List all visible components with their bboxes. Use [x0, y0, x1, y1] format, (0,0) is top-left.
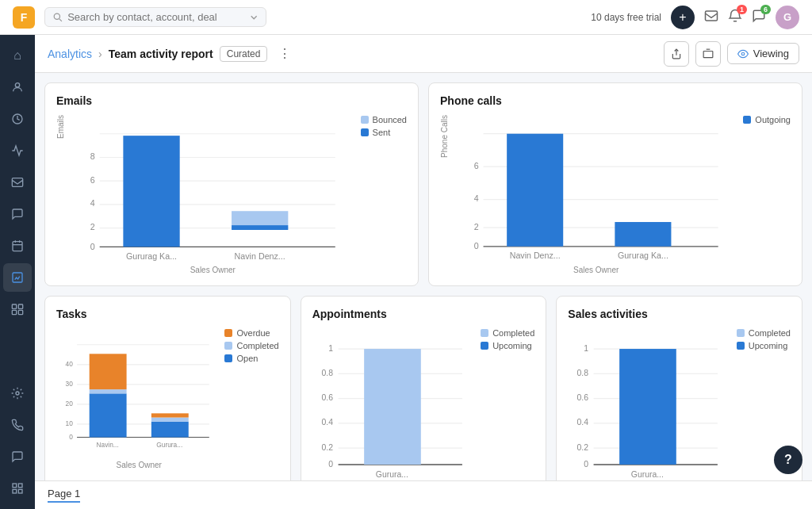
- appointments-legend-completed: Completed: [481, 328, 534, 338]
- svg-text:4: 4: [474, 193, 479, 203]
- svg-rect-66: [90, 354, 127, 389]
- svg-rect-2: [706, 11, 718, 21]
- svg-text:0: 0: [69, 433, 73, 441]
- svg-point-23: [741, 52, 745, 55]
- sidebar-item-phone[interactable]: [3, 411, 32, 439]
- email-icon: [704, 9, 718, 23]
- chat-notif[interactable]: 6: [752, 9, 766, 26]
- phone-legend: Outgoing: [743, 115, 791, 124]
- sidebar-item-activity[interactable]: [3, 136, 32, 165]
- header-menu-button[interactable]: ⋮: [274, 43, 296, 65]
- page-footer: Page 1: [35, 480, 812, 509]
- emails-legend-sent: Sent: [361, 128, 407, 137]
- svg-point-15: [16, 392, 19, 395]
- search-icon: [53, 12, 63, 23]
- svg-text:30: 30: [66, 380, 74, 388]
- emails-x-label: Sales Owner: [71, 266, 354, 274]
- svg-text:Gurura...: Gurura...: [156, 441, 182, 449]
- emails-legend-bounced: Bounced: [361, 115, 407, 124]
- svg-rect-17: [18, 484, 22, 488]
- tasks-legend-open: Open: [224, 354, 278, 363]
- svg-text:2: 2: [474, 222, 479, 232]
- page-indicator: Page 1: [48, 488, 80, 503]
- sidebar-item-calendar[interactable]: [3, 232, 32, 260]
- help-button[interactable]: ?: [774, 446, 802, 474]
- sidebar: ⌂: [0, 35, 35, 509]
- svg-rect-35: [123, 136, 179, 247]
- email-notif[interactable]: [704, 9, 718, 26]
- sidebar-item-settings[interactable]: [3, 379, 32, 408]
- emails-chart-title: Emails: [56, 94, 407, 107]
- header-actions: Viewing: [664, 41, 799, 67]
- svg-text:Gururag Ka...: Gururag Ka...: [618, 251, 668, 260]
- svg-text:Gurura...: Gurura...: [375, 470, 408, 479]
- search-input[interactable]: [67, 11, 244, 23]
- svg-text:0.8: 0.8: [321, 369, 333, 377]
- svg-text:0.2: 0.2: [321, 443, 333, 452]
- svg-rect-84: [364, 349, 421, 465]
- appointments-chart-svg: 0 0.2 0.4 0.6 0.8 1 Gurura...: [312, 328, 477, 480]
- svg-text:1: 1: [328, 344, 333, 353]
- svg-text:0: 0: [584, 460, 589, 469]
- sidebar-item-support[interactable]: [3, 442, 32, 471]
- svg-rect-49: [507, 134, 563, 247]
- phone-chart-svg: 0 2 4 6 Navin Denz... Gururag Ka...: [455, 115, 737, 266]
- curated-badge: Curated: [220, 46, 268, 62]
- sidebar-item-chat[interactable]: [3, 200, 32, 228]
- sidebar-item-reports[interactable]: [3, 263, 32, 292]
- bell-badge: 1: [737, 5, 747, 14]
- svg-rect-36: [232, 225, 288, 230]
- svg-text:6: 6: [90, 175, 95, 185]
- svg-rect-18: [13, 489, 17, 493]
- svg-text:Navin Denz...: Navin Denz...: [235, 251, 285, 261]
- svg-rect-12: [18, 304, 22, 308]
- phone-legend-outgoing: Outgoing: [743, 115, 791, 124]
- sales-activities-chart-title: Sales activities: [568, 308, 791, 320]
- emails-chart-svg: 0 2 4 6 8 Gururag Ka... Na: [71, 115, 354, 266]
- svg-rect-19: [18, 489, 22, 493]
- svg-text:0.6: 0.6: [577, 393, 589, 402]
- breadcrumb-analytics[interactable]: Analytics: [48, 48, 92, 60]
- viewing-label: Viewing: [753, 48, 789, 59]
- sales-activities-legend-upcoming: Upcoming: [737, 341, 791, 350]
- svg-rect-69: [151, 414, 189, 418]
- charts-area: Emails Emails 0: [35, 73, 812, 480]
- main-layout: ⌂: [0, 35, 812, 509]
- user-avatar[interactable]: G: [776, 6, 799, 29]
- sales-activities-legend-completed: Completed: [737, 328, 791, 338]
- svg-rect-98: [619, 349, 676, 465]
- svg-text:0.4: 0.4: [577, 419, 589, 427]
- svg-text:Navin Denz...: Navin Denz...: [510, 251, 561, 260]
- page-title: Team activity report: [109, 48, 213, 60]
- svg-rect-14: [18, 310, 22, 314]
- search-bar[interactable]: [44, 7, 266, 27]
- sales-activities-legend: Completed Upcoming: [737, 328, 791, 350]
- sidebar-item-home[interactable]: ⌂: [3, 41, 32, 70]
- share-button[interactable]: [664, 41, 689, 67]
- topbar: F 10 days free trial + 1 6 G: [0, 0, 812, 35]
- sidebar-item-email[interactable]: [3, 168, 32, 197]
- bell-notif[interactable]: 1: [728, 9, 742, 26]
- viewing-button[interactable]: Viewing: [727, 43, 799, 64]
- svg-rect-16: [13, 484, 17, 488]
- sidebar-item-apps[interactable]: [3, 474, 32, 503]
- svg-line-1: [59, 18, 62, 21]
- sidebar-item-contacts[interactable]: [3, 73, 32, 101]
- svg-text:0.4: 0.4: [321, 419, 333, 427]
- sidebar-item-deals[interactable]: [3, 105, 32, 133]
- svg-rect-37: [232, 211, 288, 225]
- svg-text:0: 0: [474, 241, 479, 251]
- svg-text:40: 40: [66, 360, 74, 368]
- sidebar-item-integrations[interactable]: [3, 295, 32, 323]
- svg-text:8: 8: [90, 151, 95, 161]
- fullscreen-button[interactable]: [695, 41, 721, 67]
- svg-text:2: 2: [90, 222, 95, 232]
- tasks-legend: Overdue Completed Open: [224, 328, 278, 363]
- eye-icon: [737, 48, 749, 59]
- add-button[interactable]: +: [671, 6, 695, 29]
- svg-rect-64: [90, 393, 127, 437]
- svg-text:6: 6: [474, 161, 479, 170]
- svg-point-0: [54, 13, 59, 19]
- app-logo[interactable]: F: [13, 6, 35, 29]
- tasks-legend-overdue: Overdue: [224, 328, 278, 338]
